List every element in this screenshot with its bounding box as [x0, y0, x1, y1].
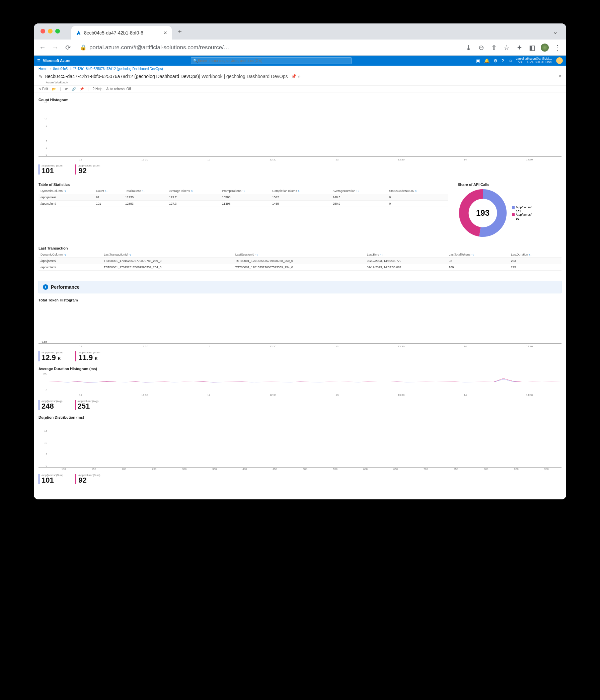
azure-search[interactable]: 🔍 [191, 57, 351, 64]
minimize-window-button[interactable] [48, 29, 53, 33]
donut-legend: /app/colum/101/app/james/92 [512, 206, 533, 220]
stats-table: DynamicColumn ↑↓Count ↑↓TotalTokens ↑↓Av… [38, 188, 448, 207]
table-header[interactable]: TotalTokens ↑↓ [123, 188, 167, 194]
metric-token-colum: /app/colum/ (Sum) 11.9 K [75, 351, 102, 361]
breadcrumb-home[interactable]: Home [38, 67, 48, 71]
refresh-icon[interactable]: ⟳ [65, 87, 68, 91]
reading-list-icon[interactable]: ◧ [528, 44, 536, 52]
table-header[interactable]: AverageTokens ↑↓ [167, 188, 220, 194]
table-header[interactable]: LastDuration ↑↓ [509, 252, 562, 258]
workbook-toolbar: ✎ Edit 📂 | ⟳ 🔗 📌 | ? Help Auto refresh: … [34, 85, 566, 93]
bookmark-icon[interactable]: ☆ [502, 44, 511, 52]
last-transaction-table: DynamicColumn ↑↓LastTransactionId ↑↓Last… [38, 252, 562, 271]
feedback-icon[interactable]: ☺ [508, 58, 512, 63]
metric-count-james: /app/james/ (Sum) 101 [38, 165, 65, 175]
table-row[interactable]: /app/james/TST00001_1701525575779870788_… [38, 258, 562, 264]
tab-title: 8ecb04c5-da47-42b1-8bf0-6 [84, 30, 143, 35]
performance-title: Performance [51, 284, 80, 290]
count-histogram-chart: 02481015 [38, 103, 562, 157]
close-blade-icon[interactable]: × [558, 73, 562, 79]
address-bar[interactable]: 🔒 portal.azure.com/#@artificial-solution… [77, 44, 460, 51]
pin-icon[interactable]: 📌 ☆ [291, 74, 301, 79]
metric-count-colum: /app/colum/ (Sum) 92 [75, 165, 102, 175]
edit-button[interactable]: ✎ Edit [38, 87, 48, 91]
maximize-window-button[interactable] [55, 29, 60, 33]
help-button[interactable]: ? Help [93, 87, 102, 91]
tabs-dropdown-icon[interactable]: ⌄ [552, 27, 562, 35]
browser-tab-strip: 8ecb04c5-da47-42b1-8bf0-6 × + ⌄ [34, 23, 566, 40]
hamburger-icon[interactable]: ☰ [37, 58, 41, 63]
table-header[interactable]: AverageDuration ↑↓ [331, 188, 387, 194]
edit-title-icon[interactable]: ✎ [38, 74, 43, 79]
azure-brand[interactable]: Microsoft Azure [43, 58, 70, 62]
back-button[interactable]: ← [38, 44, 47, 51]
reload-button[interactable]: ⟳ [64, 44, 72, 52]
settings-icon[interactable]: ⚙ [494, 58, 498, 63]
page-title-row: ✎ 8ecb04c5-da47-42b1-8bf0-625076a78d12 (… [34, 72, 566, 81]
pin-wb-icon[interactable]: 📌 [80, 87, 84, 91]
profile-avatar-icon[interactable] [541, 44, 549, 52]
share-icon[interactable]: ⇧ [490, 44, 498, 52]
token-histogram-chart: 00.5K1K1.5K2K [38, 303, 562, 344]
donut-total: 193 [458, 188, 508, 238]
table-header[interactable]: DynamicColumn ↑↓ [38, 252, 102, 258]
section-duration-dist: Duration Distribution (ms) [38, 415, 562, 419]
zoom-icon[interactable]: ⊖ [477, 44, 485, 52]
count-histogram-xticks: 1111:301212:301313:301414:30 [38, 158, 562, 161]
new-tab-button[interactable]: + [175, 28, 184, 35]
azure-favicon-icon [76, 30, 81, 35]
section-share-api: Share of API Calls [458, 182, 562, 186]
duration-dist-xticks: 1001502002503003504004505005506006507007… [38, 468, 562, 471]
table-header[interactable]: LastTotalTokens ↑↓ [447, 252, 509, 258]
user-avatar-icon[interactable] [556, 57, 563, 64]
install-app-icon[interactable]: ⤓ [464, 44, 472, 52]
metric-token-james: /app/james/ (Sum) 12.9 K [38, 351, 65, 361]
open-icon[interactable]: 📂 [52, 87, 56, 91]
metric-dur-colum: /app/colum/ (Avg) 251 [75, 400, 101, 410]
window-controls [41, 29, 60, 33]
menu-icon[interactable]: ⋮ [553, 44, 562, 52]
table-header[interactable]: CompletionTokens ↑↓ [270, 188, 331, 194]
azure-user-info[interactable]: daniel.eriksson@artificial… ARTIFICIAL S… [516, 57, 554, 64]
azure-search-input[interactable] [198, 59, 349, 62]
browser-toolbar: ← → ⟳ 🔒 portal.azure.com/#@artificial-so… [34, 40, 566, 56]
metric-dist-colum: /app/colum/ (Sum) 92 [75, 474, 102, 484]
browser-tab[interactable]: 8ecb04c5-da47-42b1-8bf0-6 × [71, 26, 172, 40]
table-row[interactable]: /app/colum/10112853127.3113981455250.90 [38, 201, 448, 207]
share-donut-chart: 193 [458, 188, 508, 238]
breadcrumb: Home › 8ecb04c5-da47-42b1-8bf0-625076a78… [34, 66, 566, 72]
table-header[interactable]: LastTime ↑↓ [365, 252, 447, 258]
table-header[interactable]: DynamicColumn ↑↓ [38, 188, 94, 194]
duration-dist-chart: 05101520 [38, 421, 562, 468]
table-row[interactable]: /app/james/9211930129.7105881342248.30 [38, 194, 448, 201]
resource-type: Azure Workbook [34, 81, 566, 85]
notifications-icon[interactable]: 🔔 [484, 58, 490, 63]
extensions-icon[interactable]: ✦ [515, 44, 523, 52]
page-title: 8ecb04c5-da47-42b1-8bf0-625076a78d12 (ge… [45, 74, 199, 79]
table-header[interactable]: Count ↑↓ [94, 188, 123, 194]
search-icon: 🔍 [193, 58, 198, 63]
table-header[interactable]: StatusCodeNotOK ↑↓ [387, 188, 448, 194]
close-window-button[interactable] [41, 29, 45, 33]
avg-duration-xticks: 1111:301212:301313:301414:30 [38, 394, 562, 397]
forward-button[interactable]: → [51, 44, 59, 51]
section-table-stats: Table of Statistics [38, 182, 448, 186]
table-row[interactable]: /app/colum/TST00001_1701525176087593339_… [38, 264, 562, 271]
help-icon[interactable]: ? [501, 58, 504, 63]
table-header[interactable]: PromptTokens ↑↓ [220, 188, 270, 194]
auto-refresh-toggle[interactable]: Auto refresh: Off [106, 87, 131, 91]
table-header[interactable]: LastSessionId ↑↓ [233, 252, 365, 258]
url-text: portal.azure.com/#@artificial-solutions.… [89, 44, 229, 51]
table-header[interactable]: LastTransactionId ↑↓ [102, 252, 233, 258]
user-org: ARTIFICIAL SOLUTIONS [516, 60, 552, 64]
close-tab-icon[interactable]: × [163, 29, 167, 36]
share-wb-icon[interactable]: 🔗 [72, 87, 76, 91]
cloud-shell-icon[interactable]: ▣ [476, 58, 480, 63]
info-icon: i [43, 284, 48, 290]
breadcrumb-current[interactable]: 8ecb04c5-da47-42b1-8bf0-625076a78d12 (ge… [53, 67, 163, 71]
metric-dur-james: /app/james/ (Avg) 248 [38, 400, 64, 410]
performance-banner: i Performance [38, 281, 562, 293]
avg-duration-chart: 0 500 [38, 372, 562, 392]
legend-item: /app/james/ [512, 213, 533, 216]
lock-icon: 🔒 [80, 44, 87, 51]
